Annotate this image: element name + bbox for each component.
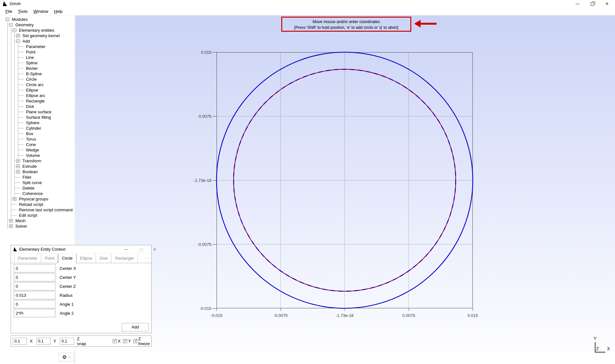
field-row: Center Z [14, 282, 151, 291]
tree-item-split-curve[interactable]: Split curve [0, 180, 75, 185]
tree-item-remove-last-script-command[interactable]: Remove last script command [0, 207, 75, 213]
tree-item-set-geometry-kernel[interactable]: +Set geometry kernel [0, 33, 75, 38]
dialog-minimize-button[interactable] [120, 245, 131, 254]
tree-item-edit-script[interactable]: Edit script [0, 213, 75, 218]
z-checkbox[interactable]: ✓ [134, 339, 137, 343]
tree-item-surface-filling[interactable]: Surface filling [0, 115, 75, 120]
center-z-input[interactable] [14, 282, 55, 290]
tree-item-point[interactable]: Point [0, 49, 75, 55]
plus-toggle-icon[interactable]: + [16, 159, 20, 163]
add-button[interactable]: Add [122, 323, 149, 331]
tree-item-ellipse-arc[interactable]: Ellipse arc [0, 93, 75, 98]
tree-item-elementary-entities[interactable]: −Elementary entities [0, 28, 75, 33]
dialog-close-button[interactable]: × [149, 245, 160, 254]
tree-item-modules[interactable]: −Modules [0, 17, 75, 22]
tree-item-solver[interactable]: +Solver [0, 223, 75, 229]
freeze-x-checkbox-group[interactable]: ✓ X [113, 339, 121, 344]
snap-y-input[interactable] [37, 338, 51, 345]
tree-item-bezier[interactable]: Bezier [0, 66, 75, 71]
minus-toggle-icon[interactable]: − [13, 28, 16, 32]
tree-item-box[interactable]: Box [0, 131, 75, 136]
menu-bar: File Tools Window Help [0, 8, 615, 15]
tree-item-sphere[interactable]: Sphere [0, 120, 75, 125]
tree-item-reload-script[interactable]: Reload script [0, 202, 75, 207]
snap-bar: X Y Z snap ✓ X ✓ Y ✓ Z freeze [11, 336, 152, 347]
close-button[interactable]: × [600, 0, 614, 8]
tree-item-fillet[interactable]: Fillet [0, 174, 75, 180]
tree-item-volume[interactable]: Volume [0, 153, 75, 158]
tab-point[interactable]: Point [41, 254, 58, 263]
tree-item-torus[interactable]: Torus [0, 136, 75, 142]
freeze-y-checkbox-group[interactable]: ✓ Y [123, 339, 131, 344]
minus-toggle-icon[interactable]: − [9, 23, 13, 27]
tree-item-geometry[interactable]: −Geometry [0, 22, 75, 28]
field-row: Center Y [14, 273, 151, 282]
freeze-z-checkbox-group[interactable]: ✓ Z freeze [134, 336, 151, 346]
options-gear-button[interactable]: ⚙ ▽ [59, 353, 74, 361]
minus-toggle-icon[interactable]: − [6, 18, 9, 21]
tree-item-rectangle[interactable]: Rectangle [0, 98, 75, 104]
tree-item-plane-surface[interactable]: Plane surface [0, 109, 75, 115]
plus-toggle-icon[interactable]: + [9, 219, 13, 222]
dialog-maximize-button[interactable] [136, 245, 147, 254]
center-x-input[interactable] [14, 264, 55, 272]
tree-item-physical-groups[interactable]: +Physical groups [0, 196, 75, 202]
tree-item-ellipse[interactable]: Ellipse [0, 87, 75, 93]
tree-item-label: Edit script [19, 213, 37, 218]
tree-item-label: Remove last script command [19, 207, 73, 213]
radius-input[interactable] [14, 291, 55, 299]
plus-toggle-icon[interactable]: + [16, 165, 20, 168]
tree-item-delete[interactable]: Delete [0, 185, 75, 191]
tree-item-boolean[interactable]: +Boolean [0, 169, 75, 174]
dialog-title-bar[interactable]: Elementary Entity Context × [11, 245, 151, 254]
tab-disk[interactable]: Disk [96, 254, 111, 263]
plus-toggle-icon[interactable]: + [13, 197, 16, 201]
tree-item-line[interactable]: Line [0, 55, 75, 60]
tree-item-coherence[interactable]: Coherence [0, 191, 75, 196]
tree-item-circle-arc[interactable]: Circle arc [0, 82, 75, 87]
restore-button[interactable] [586, 0, 599, 8]
tab-rectangle[interactable]: Rectangle [111, 254, 138, 263]
angle-2-input[interactable] [14, 309, 55, 317]
tree-item-b-spline[interactable]: B-Spline [0, 71, 75, 77]
tree-item-spline[interactable]: Spline [0, 60, 75, 66]
tab-overflow-icon[interactable]: ... [145, 255, 149, 259]
tree-item-parameter[interactable]: Parameter [0, 44, 75, 49]
tab-ellipse[interactable]: Ellipse [77, 254, 96, 263]
graphics-canvas[interactable]: Move mouse and/or enter coordinates [Pre… [75, 15, 615, 364]
tree-item-label: Plane surface [26, 109, 52, 115]
plot-area[interactable] [217, 52, 473, 308]
tree-item-cylinder[interactable]: Cylinder [0, 125, 75, 131]
tab-circle[interactable]: Circle [58, 254, 76, 263]
tree-item-wedge[interactable]: Wedge [0, 147, 75, 153]
plus-toggle-icon[interactable]: + [16, 34, 20, 37]
hint-line-2: [Press 'Shift' to hold position, 'e' to … [282, 25, 410, 30]
tree-item-cone[interactable]: Cone [0, 142, 75, 147]
center-y-input[interactable] [14, 273, 55, 281]
snap-z-input[interactable] [60, 338, 74, 345]
plus-toggle-icon[interactable]: + [9, 224, 13, 228]
menu-window[interactable]: Window [30, 8, 51, 15]
menu-tools[interactable]: Tools [15, 8, 30, 15]
z-checkbox-label: Z freeze [138, 336, 151, 346]
y-checkbox[interactable]: ✓ [123, 339, 127, 343]
snap-x-input[interactable] [13, 338, 27, 345]
x-tick-label: -1.73e-18 [325, 313, 364, 318]
minimize-icon [576, 4, 579, 4]
minimize-button[interactable] [571, 0, 584, 8]
tree-item-mesh[interactable]: +Mesh [0, 218, 75, 223]
tree-item-transform[interactable]: +Transform [0, 158, 75, 164]
tab-parameter[interactable]: Parameter [14, 254, 41, 263]
tree-item-label: Wedge [26, 147, 39, 153]
tree-item-add[interactable]: −Add [0, 38, 75, 44]
minus-toggle-icon[interactable]: − [16, 39, 20, 43]
plus-toggle-icon[interactable]: + [16, 170, 20, 174]
tree-item-disk[interactable]: Disk [0, 104, 75, 109]
tree-item-extrude[interactable]: +Extrude [0, 164, 75, 169]
x-checkbox[interactable]: ✓ [113, 339, 117, 343]
menu-file[interactable]: File [3, 8, 15, 15]
menu-help[interactable]: Help [51, 8, 66, 15]
angle-1-input[interactable] [14, 300, 55, 308]
tree-item-label: Surface filling [26, 115, 51, 120]
tree-item-circle[interactable]: Circle [0, 77, 75, 82]
